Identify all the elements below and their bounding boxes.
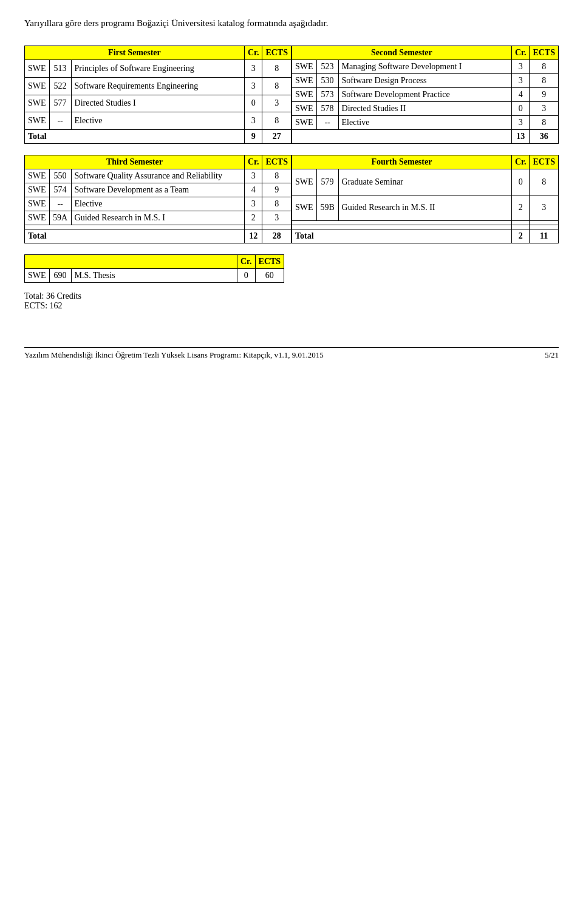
- fourth-total-cr: 2: [511, 229, 530, 243]
- row-cr: 2: [244, 211, 262, 225]
- row-name: Software Quality Assurance and Reliabili…: [71, 169, 244, 183]
- table-row: SWE 578 Directed Studies II 0 3: [292, 102, 559, 116]
- fourth-ects-header: ECTS: [530, 155, 559, 169]
- row-name: Guided Research in M.S. II: [338, 195, 511, 221]
- fourth-cr-header: Cr.: [511, 155, 530, 169]
- row-dept: SWE: [25, 183, 50, 197]
- summary-line1: Total: 36 Credits: [24, 291, 559, 301]
- row-name: Directed Studies II: [338, 102, 511, 116]
- footer-right: 5/21: [545, 350, 559, 360]
- row-dept: SWE: [292, 88, 317, 102]
- third-semester-header: Third Semester: [25, 155, 245, 169]
- row-dept: SWE: [292, 195, 317, 221]
- table-row: SWE 579 Graduate Seminar 0 8: [292, 169, 559, 195]
- row-name: Elective: [71, 112, 244, 130]
- row-ects: 8: [262, 197, 292, 211]
- row-dept: SWE: [25, 112, 50, 130]
- third-total-row: Total 12 28: [25, 229, 292, 243]
- row-dept: SWE: [292, 102, 317, 116]
- row-name: Elective: [338, 116, 511, 130]
- row-name: Managing Software Development I: [338, 60, 511, 74]
- first-semester-table: First Semester Cr. ECTS SWE 513 Principl…: [24, 46, 292, 144]
- second-semester-header: Second Semester: [292, 46, 512, 60]
- row-ects: 8: [530, 74, 559, 88]
- row-num: 522: [49, 77, 71, 95]
- row-ects: 8: [262, 77, 292, 95]
- first-semester-header: First Semester: [25, 46, 245, 60]
- row-ects: 9: [530, 88, 559, 102]
- row-dept: SWE: [25, 197, 50, 211]
- third-cr-header: Cr.: [244, 155, 262, 169]
- fourth-semester-table: Fourth Semester Cr. ECTS SWE 579 Graduat…: [292, 155, 559, 243]
- first-total-ects: 27: [262, 130, 292, 144]
- footer-left: Yazılım Mühendisliği İkinci Öğretim Tezl…: [24, 350, 324, 360]
- row-num: 577: [49, 95, 71, 112]
- row-name: Software Design Process: [338, 74, 511, 88]
- row-dept: SWE: [25, 60, 50, 78]
- row-dept: SWE: [25, 211, 50, 225]
- row-ects: 8: [530, 169, 559, 195]
- table-row: SWE -- Elective 3 8: [292, 116, 559, 130]
- thesis-num: 690: [49, 269, 71, 283]
- table-row: SWE 550 Software Quality Assurance and R…: [25, 169, 292, 183]
- row-cr: 0: [511, 102, 530, 116]
- row-num: 573: [316, 88, 338, 102]
- fourth-empty-row1: [292, 221, 559, 225]
- first-total-cr: 9: [244, 130, 262, 144]
- row-num: --: [316, 116, 338, 130]
- thesis-row: SWE 690 M.S. Thesis 0 60: [25, 269, 284, 283]
- row-num: 523: [316, 60, 338, 74]
- table-row: SWE 522 Software Requirements Engineerin…: [25, 77, 292, 95]
- row-ects: 3: [530, 102, 559, 116]
- row-num: 59A: [49, 211, 71, 225]
- row-num: 530: [316, 74, 338, 88]
- thesis-ects-header: ECTS: [255, 255, 284, 269]
- first-total-label: Total: [25, 130, 245, 144]
- page-footer: Yazılım Mühendisliği İkinci Öğretim Tezl…: [24, 347, 559, 360]
- second-cr-header: Cr.: [511, 46, 530, 60]
- row-cr: 3: [244, 60, 262, 78]
- row-name: Software Development as a Team: [71, 183, 244, 197]
- table-row: SWE 577 Directed Studies I 0 3: [25, 95, 292, 112]
- third-empty-row: [25, 225, 292, 229]
- second-total-cr: 13: [511, 130, 530, 144]
- table-row: SWE 530 Software Design Process 3 8: [292, 74, 559, 88]
- second-total-row: 13 36: [292, 130, 559, 144]
- row-cr: 3: [511, 116, 530, 130]
- third-total-cr: 12: [244, 229, 262, 243]
- thesis-table: Cr. ECTS SWE 690 M.S. Thesis 0 60: [24, 254, 284, 283]
- row-name: Elective: [71, 197, 244, 211]
- thesis-cr: 0: [237, 269, 256, 283]
- row-name: Software Development Practice: [338, 88, 511, 102]
- row-ects: 3: [530, 195, 559, 221]
- second-total-ects: 36: [530, 130, 559, 144]
- row-cr: 3: [244, 169, 262, 183]
- thesis-ects: 60: [255, 269, 284, 283]
- row-dept: SWE: [292, 74, 317, 88]
- row-ects: 9: [262, 183, 292, 197]
- summary-line2: ECTS: 162: [24, 301, 559, 311]
- row-ects: 8: [530, 116, 559, 130]
- first-total-row: Total 9 27: [25, 130, 292, 144]
- fourth-semester-header: Fourth Semester: [292, 155, 512, 169]
- row-ects: 3: [262, 95, 292, 112]
- row-cr: 2: [511, 195, 530, 221]
- second-ects-header: ECTS: [530, 46, 559, 60]
- row-ects: 8: [530, 60, 559, 74]
- semester-pair-1-2: First Semester Cr. ECTS SWE 513 Principl…: [24, 46, 559, 144]
- second-semester-table: Second Semester Cr. ECTS SWE 523 Managin…: [292, 46, 559, 144]
- third-total-label: Total: [25, 229, 245, 243]
- row-cr: 3: [511, 74, 530, 88]
- totals-section: Total: 36 Credits ECTS: 162: [24, 291, 559, 311]
- fourth-empty-row2: [292, 225, 559, 229]
- third-semester-table: Third Semester Cr. ECTS SWE 550 Software…: [24, 155, 292, 243]
- row-ects: 3: [262, 211, 292, 225]
- second-total-label: [292, 130, 512, 144]
- row-cr: 4: [511, 88, 530, 102]
- row-num: --: [49, 112, 71, 130]
- semester-pair-3-4: Third Semester Cr. ECTS SWE 550 Software…: [24, 155, 559, 243]
- table-row: SWE 513 Principles of Software Engineeri…: [25, 60, 292, 78]
- row-num: 59B: [316, 195, 338, 221]
- row-cr: 0: [511, 169, 530, 195]
- intro-text: Yarıyıllara göre ders programı Boğaziçi …: [24, 18, 559, 29]
